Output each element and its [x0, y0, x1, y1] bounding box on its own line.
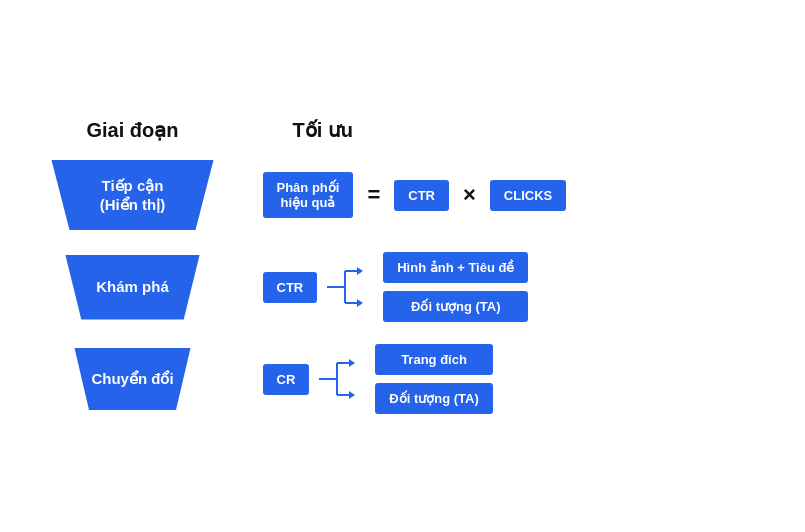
- row-tiep-can: Tiếp cận(Hiển thị) Phân phốihiệu quả = C…: [33, 160, 773, 230]
- svg-marker-9: [349, 359, 355, 367]
- branch-lines-2: [327, 257, 363, 317]
- branch-items-3: Trang đích Đối tượng (TA): [375, 344, 492, 414]
- box-doi-tuong-2: Đối tượng (TA): [383, 291, 528, 322]
- branch-items-2: Hình ảnh + Tiêu đề Đối tượng (TA): [383, 252, 528, 322]
- funnel-wrap-2: Khám phá: [33, 255, 233, 320]
- funnel-wrap-1: Tiếp cận(Hiển thị): [33, 160, 233, 230]
- box-hinh-anh: Hình ảnh + Tiêu đề: [383, 252, 528, 283]
- svg-marker-5: [357, 299, 363, 307]
- symbol-multiply: ×: [463, 182, 476, 208]
- box-cr: CR: [263, 364, 310, 395]
- box-ctr-1: CTR: [394, 180, 449, 211]
- symbol-equals: =: [367, 182, 380, 208]
- funnel-kham-pha: Khám phá: [53, 255, 213, 320]
- funnel-label-3: Chuyển đổi: [91, 369, 173, 389]
- right-content-2: CTR Hình ảnh + Tiêu đề Đối tượng (TA): [233, 252, 773, 322]
- funnel-label-1: Tiếp cận(Hiển thị): [100, 176, 165, 215]
- funnel-chuyen-doi: Chuyển đổi: [60, 348, 205, 410]
- box-phan-phoi: Phân phốihiệu quả: [263, 172, 354, 218]
- funnel-rows: Tiếp cận(Hiển thị) Phân phốihiệu quả = C…: [33, 160, 773, 414]
- svg-marker-3: [357, 267, 363, 275]
- funnel-label-2: Khám phá: [96, 277, 169, 297]
- box-trang-dich: Trang đích: [375, 344, 492, 375]
- main-container: Giai đoạn Tối ưu Tiếp cận(Hiển thị) Phân…: [23, 98, 783, 434]
- right-content-1: Phân phốihiệu quả = CTR × CLICKS: [233, 172, 773, 218]
- right-content-3: CR Trang đích Đối tượng (TA): [233, 344, 773, 414]
- svg-marker-11: [349, 391, 355, 399]
- branch-lines-3: [319, 349, 355, 409]
- box-clicks: CLICKS: [490, 180, 566, 211]
- box-doi-tuong-3: Đối tượng (TA): [375, 383, 492, 414]
- funnel-tiep-can: Tiếp cận(Hiển thị): [43, 160, 223, 230]
- row-kham-pha: Khám phá CTR Hình ảnh + Tiêu đề Đối tượn…: [33, 252, 773, 322]
- row-chuyen-doi: Chuyển đổi CR Trang đích Đối tượng (TA): [33, 344, 773, 414]
- optimize-header: Tối ưu: [233, 118, 773, 142]
- funnel-wrap-3: Chuyển đổi: [33, 348, 233, 410]
- stage-header: Giai đoạn: [33, 118, 233, 142]
- column-headers: Giai đoạn Tối ưu: [33, 118, 773, 142]
- box-ctr-2: CTR: [263, 272, 318, 303]
